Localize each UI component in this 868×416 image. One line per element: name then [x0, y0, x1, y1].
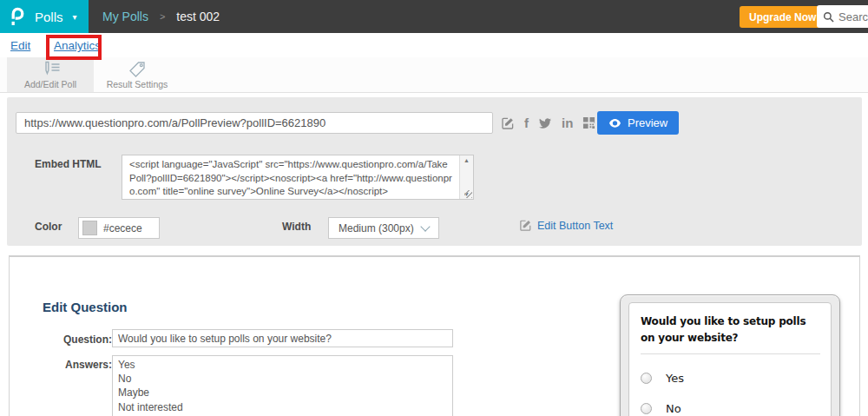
qr-code-icon[interactable]: [582, 116, 595, 129]
answers-label: Answers:: [27, 359, 112, 371]
resize-grip[interactable]: [464, 190, 472, 198]
share-icons: f in: [501, 112, 595, 134]
poll-preview-title: Would you like to setup polls on your we…: [641, 314, 820, 347]
color-swatch: [82, 221, 97, 235]
width-selected-value: Medium (300px): [339, 222, 414, 234]
breadcrumb: My Polls > test 002: [102, 0, 220, 33]
upgrade-now-button[interactable]: Upgrade Now: [740, 6, 825, 28]
toolbar-item-label: Add/Edit Poll: [24, 79, 76, 89]
color-input[interactable]: #cecece: [78, 217, 160, 239]
radio-button[interactable]: [641, 403, 652, 414]
embed-html-code: <script language="JavaScript" src="https…: [122, 157, 457, 197]
twitter-icon[interactable]: [538, 117, 552, 129]
edit-question-panel: Edit Question Question: Answers: Yes No …: [9, 255, 860, 416]
toolbar-item-result-settings[interactable]: Result Settings: [94, 57, 181, 92]
annotation-box: [46, 35, 102, 60]
edit-button-text-link[interactable]: Edit Button Text: [519, 219, 613, 232]
width-select[interactable]: Medium (300px): [328, 217, 439, 239]
edit-url-icon[interactable]: [501, 116, 515, 130]
poll-option-no[interactable]: No: [641, 402, 820, 415]
radio-button[interactable]: [641, 373, 652, 384]
linkedin-icon[interactable]: in: [562, 116, 573, 129]
tab-edit[interactable]: Edit: [10, 39, 30, 52]
add-edit-poll-icon: [40, 61, 61, 77]
search-input[interactable]: [838, 10, 868, 23]
preview-button-label: Preview: [628, 116, 667, 129]
share-panel: f in Preview Embed HTML <script language…: [7, 97, 862, 246]
eye-icon: [608, 118, 621, 129]
top-bar: Polls ▾ My Polls > test 002 Upgrade Now: [0, 0, 868, 33]
poll-preview-inner: Would you like to setup polls on your we…: [628, 302, 832, 416]
poll-option-yes[interactable]: Yes: [641, 372, 820, 385]
edit-icon: [519, 219, 532, 232]
facebook-icon[interactable]: f: [524, 116, 529, 129]
poll-preview-card: Would you like to setup polls on your we…: [620, 294, 840, 416]
breadcrumb-my-polls[interactable]: My Polls: [102, 10, 148, 23]
search-box[interactable]: [817, 5, 868, 28]
edit-button-text-label: Edit Button Text: [537, 220, 613, 232]
tab-row: Edit Analytics: [0, 33, 868, 57]
polls-menu[interactable]: Polls ▾: [0, 0, 89, 33]
tag-icon: [128, 61, 147, 77]
breadcrumb-separator: >: [160, 11, 165, 22]
embed-html-label: Embed HTML: [35, 158, 102, 170]
question-input[interactable]: [112, 329, 453, 347]
breadcrumb-current: test 002: [176, 10, 220, 23]
option-label: Yes: [666, 372, 684, 385]
polls-menu-label: Polls: [35, 10, 63, 24]
color-label: Color: [35, 221, 62, 233]
color-value: #cecece: [103, 222, 142, 234]
embed-html-textarea[interactable]: <script language="JavaScript" src="https…: [122, 155, 474, 200]
edit-question-heading: Edit Question: [43, 300, 128, 314]
question-label: Question:: [27, 333, 112, 346]
toolbar: Add/Edit Poll Result Settings: [0, 57, 868, 93]
poll-divider: [641, 353, 820, 354]
poll-url-input[interactable]: [16, 112, 493, 134]
search-icon: [823, 11, 834, 23]
chevron-down-icon: [420, 221, 430, 231]
width-label: Width: [282, 221, 311, 233]
preview-button[interactable]: Preview: [597, 111, 679, 135]
caret-down-icon: ▾: [73, 12, 77, 22]
toolbar-item-add-edit-poll[interactable]: Add/Edit Poll: [7, 57, 94, 92]
answers-textarea[interactable]: Yes No Maybe Not interested: [112, 355, 453, 416]
option-label: No: [666, 402, 681, 415]
scroll-up-icon[interactable]: ▲: [464, 157, 470, 163]
toolbar-item-label: Result Settings: [107, 79, 168, 89]
questionpro-logo-icon: [8, 6, 27, 27]
